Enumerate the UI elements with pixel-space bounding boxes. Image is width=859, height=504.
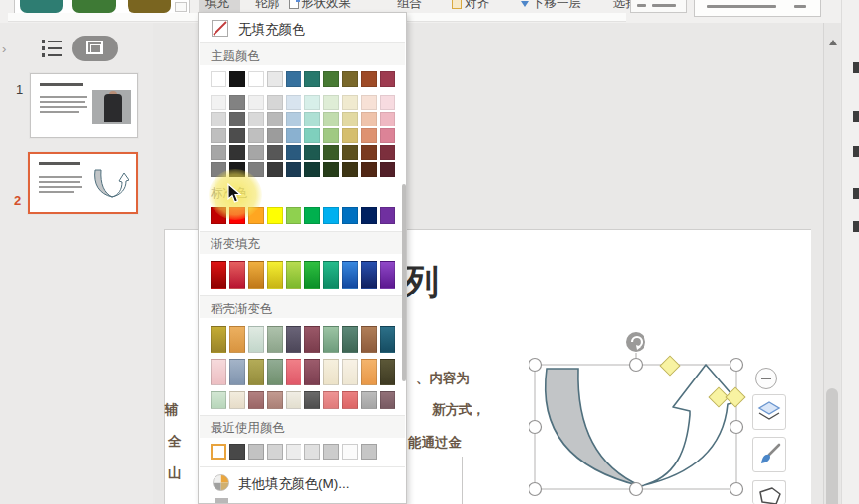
color-swatch[interactable] (229, 261, 245, 289)
color-swatch[interactable] (323, 444, 339, 460)
color-swatch[interactable] (267, 112, 283, 126)
group-button[interactable]: 组合 (397, 0, 422, 12)
color-swatch[interactable] (304, 444, 320, 460)
color-swatch[interactable] (304, 261, 320, 289)
color-swatch[interactable] (286, 145, 301, 160)
color-swatch[interactable] (211, 128, 226, 143)
color-swatch[interactable] (342, 162, 358, 177)
scroll-up-icon[interactable] (829, 40, 837, 45)
color-swatch[interactable] (304, 207, 320, 224)
outline-button[interactable]: 轮廓 (255, 0, 280, 12)
color-swatch[interactable] (380, 261, 395, 289)
color-swatch[interactable] (229, 71, 245, 87)
color-swatch[interactable] (304, 326, 320, 353)
color-swatch[interactable] (267, 162, 283, 177)
color-swatch[interactable] (211, 444, 226, 460)
color-swatch[interactable] (267, 95, 283, 110)
color-swatch[interactable] (286, 326, 301, 353)
color-swatch[interactable] (267, 71, 283, 87)
color-swatch[interactable] (323, 207, 339, 224)
no-fill-item[interactable]: 无填充颜色 (199, 17, 406, 41)
color-swatch[interactable] (248, 391, 264, 409)
color-swatch[interactable] (323, 145, 339, 160)
color-swatch[interactable] (304, 162, 320, 177)
color-swatch[interactable] (342, 95, 358, 110)
shape-style-preset[interactable] (72, 0, 116, 13)
color-swatch[interactable] (380, 112, 395, 126)
move-down-button[interactable]: 下移一层 (521, 0, 581, 12)
color-swatch[interactable] (304, 391, 320, 409)
color-swatch[interactable] (267, 391, 283, 409)
color-swatch[interactable] (248, 359, 264, 385)
shape-effects-button[interactable]: 形状效果 (289, 0, 351, 12)
color-swatch[interactable] (323, 162, 339, 177)
dropdown-scrollbar-thumb[interactable] (402, 184, 406, 381)
color-swatch[interactable] (323, 261, 339, 289)
color-swatch[interactable] (323, 128, 339, 143)
color-swatch[interactable] (380, 359, 395, 385)
color-swatch[interactable] (267, 207, 283, 224)
color-swatch[interactable] (211, 391, 226, 409)
format-brush-button[interactable] (752, 437, 786, 472)
color-swatch[interactable] (304, 359, 320, 385)
shape-style-preset[interactable] (128, 0, 171, 13)
color-swatch[interactable] (229, 128, 245, 143)
color-swatch[interactable] (361, 359, 377, 385)
color-swatch[interactable] (211, 71, 226, 87)
color-swatch[interactable] (286, 359, 301, 385)
color-swatch[interactable] (361, 391, 377, 409)
layers-button[interactable] (752, 394, 786, 430)
color-swatch[interactable] (342, 128, 358, 143)
color-swatch[interactable] (361, 128, 377, 143)
color-swatch[interactable] (229, 444, 245, 460)
color-swatch[interactable] (286, 207, 301, 224)
color-swatch[interactable] (361, 145, 377, 160)
color-swatch[interactable] (342, 391, 358, 409)
color-swatch[interactable] (248, 95, 264, 110)
color-swatch[interactable] (267, 326, 283, 353)
color-swatch[interactable] (361, 112, 377, 126)
color-swatch[interactable] (342, 326, 358, 353)
collapse-sidebar-icon[interactable]: › (2, 42, 6, 56)
color-swatch[interactable] (229, 359, 245, 385)
list-view-icon[interactable] (42, 40, 63, 59)
color-swatch[interactable] (342, 359, 358, 385)
toolbar-extra-button[interactable] (630, 0, 687, 13)
color-swatch[interactable] (229, 145, 245, 160)
color-swatch[interactable] (248, 71, 264, 87)
color-swatch[interactable] (304, 71, 320, 87)
color-swatch[interactable] (380, 71, 395, 87)
color-swatch[interactable] (248, 444, 264, 460)
slide-thumbnail-1[interactable] (30, 73, 138, 138)
color-swatch[interactable] (323, 95, 339, 110)
color-swatch[interactable] (304, 112, 320, 126)
color-swatch[interactable] (211, 112, 226, 126)
color-swatch[interactable] (361, 162, 377, 177)
color-swatch[interactable] (361, 95, 377, 110)
color-swatch[interactable] (304, 95, 320, 110)
shape-button[interactable] (752, 480, 786, 504)
color-swatch[interactable] (286, 162, 301, 177)
color-swatch[interactable] (361, 207, 377, 224)
color-swatch[interactable] (342, 444, 358, 460)
color-swatch[interactable] (304, 128, 320, 143)
color-swatch[interactable] (380, 326, 395, 353)
thumbnail-view-icon[interactable] (72, 36, 118, 61)
color-swatch[interactable] (286, 95, 301, 110)
color-swatch[interactable] (286, 112, 301, 126)
toolbar-pane-tab[interactable] (694, 0, 821, 17)
color-swatch[interactable] (323, 112, 339, 126)
color-swatch[interactable] (342, 112, 358, 126)
color-swatch[interactable] (361, 71, 377, 87)
vertical-scrollbar-thumb[interactable] (826, 388, 838, 504)
color-swatch[interactable] (286, 444, 301, 460)
color-swatch[interactable] (229, 391, 245, 409)
color-swatch[interactable] (342, 207, 358, 224)
color-swatch[interactable] (323, 359, 339, 385)
color-swatch[interactable] (267, 261, 283, 289)
align-button[interactable]: 对齐 (452, 0, 489, 12)
curved-arrow-right-limb[interactable] (641, 365, 738, 486)
color-swatch[interactable] (380, 95, 395, 110)
collapse-tools-button[interactable] (755, 368, 777, 389)
shape-style-preset[interactable] (20, 0, 63, 13)
